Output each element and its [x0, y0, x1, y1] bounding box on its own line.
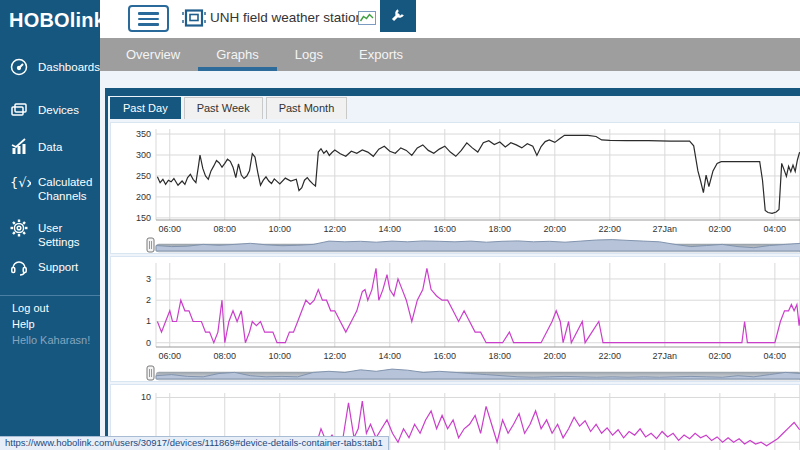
sidebar-item-support[interactable]: Support	[0, 257, 100, 281]
app-window: HOBOlink® Dashboards Devices Data {√x Ca…	[0, 0, 800, 450]
navigator-handle[interactable]	[147, 366, 154, 380]
svg-text:27Jan: 27Jan	[653, 224, 678, 234]
svg-text:06:00: 06:00	[158, 224, 181, 234]
panel-left-edge	[105, 88, 108, 450]
sidebar-item-label: Dashboards	[38, 57, 100, 74]
tab-exports[interactable]: Exports	[341, 38, 421, 71]
svg-text:150: 150	[136, 213, 151, 223]
svg-text:250: 250	[136, 171, 151, 181]
graphs-panel: Past Day Past Week Past Month 06:0008:00…	[100, 71, 800, 450]
svg-text:08:00: 08:00	[213, 224, 236, 234]
range-navigator[interactable]	[146, 364, 800, 382]
dashboards-icon	[9, 57, 33, 81]
svg-text:16:00: 16:00	[434, 351, 457, 361]
chart-wind-direction: 06:0008:0010:0012:0014:0016:0018:0020:00…	[110, 122, 800, 254]
hamburger-menu-button[interactable]	[128, 5, 169, 32]
logo-text: HOBOlink	[9, 9, 105, 31]
svg-text:10: 10	[141, 392, 151, 402]
svg-text:2: 2	[146, 295, 151, 305]
user-greeting: Hello Kaharasn!	[12, 334, 90, 346]
svg-text:22:00: 22:00	[599, 224, 622, 234]
svg-text:27Jan: 27Jan	[653, 351, 678, 361]
svg-text:{√x: {√x	[10, 175, 31, 190]
navigator-area	[156, 240, 800, 251]
svg-text:10:00: 10:00	[269, 224, 292, 234]
support-icon	[9, 257, 33, 281]
chart-plot: 06:0008:0010:0012:0014:0016:0018:0020:00…	[111, 123, 800, 235]
user-settings-icon	[9, 218, 33, 242]
time-range-tabs: Past Day Past Week Past Month	[110, 97, 350, 119]
svg-text:20:00: 20:00	[544, 351, 567, 361]
device-title: UNH field weather station	[210, 10, 363, 25]
svg-text:04:00: 04:00	[764, 224, 787, 234]
sidebar-item-label: Calculated Channels	[38, 172, 90, 204]
svg-text:12:00: 12:00	[324, 224, 347, 234]
panel-top-bar	[105, 88, 800, 96]
svg-text:22:00: 22:00	[599, 351, 622, 361]
sidebar-item-label: User Settings	[38, 218, 100, 250]
tab-graphs[interactable]: Graphs	[198, 38, 277, 71]
svg-text:18:00: 18:00	[489, 224, 512, 234]
sidebar: HOBOlink® Dashboards Devices Data {√x Ca…	[0, 0, 100, 450]
help-link[interactable]: Help	[12, 318, 35, 330]
sidebar-item-label: Support	[38, 257, 78, 274]
tab-logs[interactable]: Logs	[277, 38, 341, 71]
sidebar-item-data[interactable]: Data	[0, 137, 100, 161]
svg-text:20:00: 20:00	[544, 224, 567, 234]
navigator-handle[interactable]	[147, 238, 154, 252]
range-navigator[interactable]	[146, 236, 800, 254]
svg-text:14:00: 14:00	[379, 351, 402, 361]
devices-icon	[9, 100, 33, 124]
data-series-line	[157, 135, 799, 213]
svg-text:350: 350	[136, 129, 151, 139]
chart-wind-speed: 06:0008:0010:0012:0014:0016:0018:0020:00…	[110, 256, 800, 382]
svg-text:04:00: 04:00	[764, 351, 787, 361]
status-bar-url: https://www.hobolink.com/users/30917/dev…	[0, 436, 389, 450]
sidebar-item-devices[interactable]: Devices	[0, 100, 100, 124]
svg-text:0: 0	[146, 338, 151, 348]
chart-plot: 06:0008:0010:0012:0014:0016:0018:0020:00…	[111, 257, 800, 363]
hamburger-icon	[138, 12, 159, 26]
svg-text:3: 3	[146, 274, 151, 284]
sidebar-item-label: Devices	[38, 100, 79, 117]
range-tab-past-day[interactable]: Past Day	[110, 97, 181, 119]
registered-mark: ®	[105, 12, 111, 21]
device-tabs: Overview Graphs Logs Exports	[100, 38, 800, 71]
svg-text:18:00: 18:00	[489, 351, 512, 361]
graph-badge-icon[interactable]	[358, 11, 376, 29]
sidebar-item-user-settings[interactable]: User Settings	[0, 218, 100, 250]
data-icon	[9, 137, 33, 161]
svg-text:08:00: 08:00	[213, 351, 236, 361]
sidebar-item-label: Data	[38, 137, 62, 154]
svg-text:1: 1	[146, 316, 151, 326]
svg-text:14:00: 14:00	[379, 224, 402, 234]
sidebar-item-calculated-channels[interactable]: {√x Calculated Channels	[0, 172, 100, 204]
sidebar-divider	[0, 295, 100, 296]
svg-text:02:00: 02:00	[709, 351, 732, 361]
header: UNH field weather station	[100, 0, 800, 38]
svg-text:12:00: 12:00	[324, 351, 347, 361]
svg-text:300: 300	[136, 150, 151, 160]
range-tab-past-month[interactable]: Past Month	[266, 97, 348, 119]
range-tab-past-week[interactable]: Past Week	[184, 97, 263, 119]
wrench-icon	[390, 7, 406, 26]
svg-text:02:00: 02:00	[709, 224, 732, 234]
sidebar-item-dashboards[interactable]: Dashboards	[0, 57, 100, 81]
svg-text:200: 200	[136, 192, 151, 202]
svg-text:16:00: 16:00	[434, 224, 457, 234]
data-series-line	[157, 268, 800, 342]
svg-text:10:00: 10:00	[269, 351, 292, 361]
tab-overview[interactable]: Overview	[108, 38, 198, 71]
device-icon	[182, 8, 206, 33]
svg-text:06:00: 06:00	[158, 351, 181, 361]
device-settings-button[interactable]	[380, 0, 416, 32]
logout-link[interactable]: Log out	[12, 302, 49, 314]
hobolink-logo[interactable]: HOBOlink®	[0, 0, 100, 32]
calculated-channels-icon: {√x	[9, 172, 33, 198]
